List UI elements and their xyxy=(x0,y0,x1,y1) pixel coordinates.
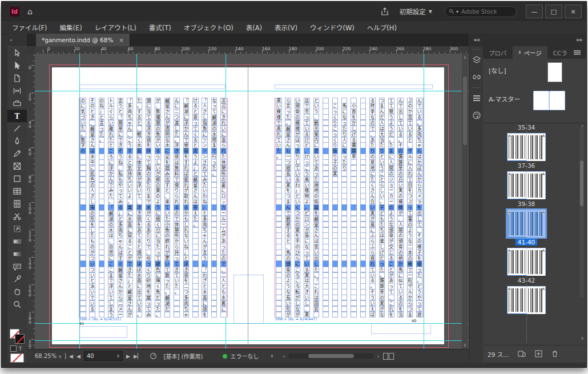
menu-item-0[interactable]: ファイル(F) xyxy=(12,23,47,32)
tool-vertical-grid[interactable] xyxy=(7,198,27,210)
tool-frame[interactable] xyxy=(7,160,27,172)
scrollbar-thumb[interactable] xyxy=(463,77,467,145)
spread-label[interactable]: 41-40 xyxy=(483,239,570,246)
prev-page-button[interactable]: ◀ xyxy=(76,353,80,359)
tool-direct-selection[interactable] xyxy=(7,59,27,72)
horizontal-scrollbar[interactable] xyxy=(288,353,374,359)
expand-dock-icon[interactable]: ▶▶ xyxy=(577,38,583,42)
formatting-text-icon[interactable]: T xyxy=(19,346,22,352)
tools-panel-collapse[interactable]: » xyxy=(7,34,27,47)
tool-gap[interactable] xyxy=(7,85,27,97)
scroll-left-icon[interactable]: ‹ xyxy=(283,353,285,359)
header-text-frame[interactable] xyxy=(79,85,225,89)
first-page-button[interactable]: ▏◀ xyxy=(65,353,73,359)
apply-none-swatch[interactable] xyxy=(10,353,24,363)
scrollbar-thumb[interactable] xyxy=(580,160,583,206)
spread-label[interactable]: 39-38 xyxy=(483,200,570,207)
layers-panel-icon[interactable] xyxy=(470,51,483,69)
guide-horizontal[interactable] xyxy=(35,340,469,341)
spread-thumbnail[interactable]: AA xyxy=(507,133,546,161)
collapse-dock-icon[interactable]: ◀◀ xyxy=(473,38,480,42)
tool-pencil[interactable] xyxy=(7,147,27,160)
menu-item-1[interactable]: 編集(E) xyxy=(60,23,82,32)
menu-item-4[interactable]: オブジェクト(O) xyxy=(184,23,233,32)
tool-note[interactable] xyxy=(7,260,27,273)
search-box[interactable]: ▾ xyxy=(445,6,517,17)
empty-text-frame[interactable] xyxy=(233,275,264,324)
panel-scrollbar[interactable] xyxy=(579,126,584,297)
zoom-level[interactable]: 68.25% ∨ xyxy=(35,353,62,359)
master-a-thumbnail[interactable] xyxy=(533,91,565,110)
tool-gradient[interactable] xyxy=(7,235,27,248)
guide-horizontal[interactable] xyxy=(35,91,469,91)
preflight-menu-icon[interactable]: ∨ xyxy=(271,353,274,359)
swatches-panel-icon[interactable] xyxy=(470,107,483,124)
delete-page-icon[interactable] xyxy=(551,350,558,359)
spread-label[interactable]: 43-42 xyxy=(483,277,570,284)
horizontal-ruler[interactable]: 0204060801001201401601802002202402602803… xyxy=(35,46,469,54)
spread-label[interactable]: 35-34 xyxy=(483,124,570,131)
stroke-panel-icon[interactable] xyxy=(470,90,483,107)
page-number-field[interactable]: 40∨ xyxy=(84,351,123,361)
tab-pages[interactable]: ⇕ ページ xyxy=(513,46,547,59)
close-button[interactable]: × xyxy=(565,5,582,18)
panel-menu-icon[interactable] xyxy=(573,46,586,59)
new-page-icon[interactable] xyxy=(535,350,542,359)
frame-grid-right-page[interactable]: んでいる。多肉ちゃんはかばんからカメラを出して、その様子を撮った。どうやって遊ぶ… xyxy=(275,98,424,317)
tab-cc-libraries[interactable]: CCラ xyxy=(547,46,573,59)
footer-text-frame[interactable] xyxy=(79,326,127,338)
spread-thumbnail[interactable]: AA xyxy=(507,286,546,314)
tool-selection[interactable] xyxy=(7,47,27,59)
minimize-button[interactable]: — xyxy=(526,5,543,18)
spread-thumbnail[interactable]: AA xyxy=(507,171,546,199)
tool-rectangle[interactable] xyxy=(7,172,27,185)
guide-vertical[interactable] xyxy=(424,54,424,349)
master-a-label[interactable]: A-マスター xyxy=(489,94,520,103)
preflight-icon[interactable] xyxy=(150,352,157,360)
menu-item-5[interactable]: 表(A) xyxy=(246,23,262,32)
scroll-down-icon[interactable]: ∨ xyxy=(462,343,468,348)
menu-item-7[interactable]: ウィンドウ(W) xyxy=(310,23,355,32)
close-tab-icon[interactable]: × xyxy=(119,37,123,43)
ruler-origin-corner[interactable] xyxy=(27,46,35,54)
scroll-right-icon[interactable]: › xyxy=(377,353,380,359)
tool-content-collector[interactable] xyxy=(7,97,27,110)
spread-thumbnail[interactable]: AA xyxy=(507,210,546,238)
share-icon[interactable] xyxy=(380,7,389,16)
master-none-label[interactable]: [なし] xyxy=(489,66,506,75)
tool-type[interactable]: T xyxy=(7,110,27,122)
menu-item-8[interactable]: ヘルプ(H) xyxy=(367,23,397,32)
tool-scissors[interactable] xyxy=(7,210,27,223)
tool-eyedropper[interactable] xyxy=(7,273,27,285)
tool-gradient-feather[interactable] xyxy=(7,248,27,260)
vertical-ruler[interactable]: 020406080100120140160180200 xyxy=(27,54,35,349)
document-canvas[interactable]: 浜辺にきれいに造られた休憩所の裏にロッカールームがあったので、二人とも水着になっ… xyxy=(35,54,469,349)
preflight-profile[interactable]: [基本] (作業用) xyxy=(164,352,203,360)
footer-text-frame[interactable] xyxy=(371,323,431,334)
stroke-swatch[interactable] xyxy=(15,334,25,344)
menu-item-6[interactable]: 表示(V) xyxy=(275,23,297,32)
search-input[interactable] xyxy=(460,8,508,15)
next-page-button[interactable]: ▶ xyxy=(126,353,130,359)
edit-page-size-icon[interactable] xyxy=(518,350,526,358)
tool-pen[interactable] xyxy=(7,135,27,147)
scrollbar-thumb[interactable] xyxy=(308,354,354,358)
master-none-thumbnail[interactable] xyxy=(547,62,562,82)
tool-horizontal-grid[interactable] xyxy=(7,185,27,198)
tab-properties[interactable]: プロパ xyxy=(483,46,513,59)
dock-grip[interactable] xyxy=(473,49,481,50)
spread-label[interactable]: 37-36 xyxy=(483,162,570,169)
tool-free-transform[interactable] xyxy=(7,223,27,235)
document-tab[interactable]: *ganmento.indd @ 68% × xyxy=(36,34,130,46)
vertical-scrollbar[interactable]: ∧ ∨ xyxy=(462,54,468,349)
links-panel-icon[interactable] xyxy=(470,69,483,86)
formatting-container-icon[interactable] xyxy=(10,345,17,352)
dock-grip[interactable] xyxy=(473,87,481,88)
menu-item-2[interactable]: レイアウト(L) xyxy=(95,23,136,32)
tool-hand[interactable] xyxy=(7,285,27,298)
last-page-button[interactable]: ▶▏ xyxy=(134,353,142,359)
spread-view-icon[interactable] xyxy=(383,353,394,360)
tool-line[interactable] xyxy=(7,122,27,135)
frame-grid-left-page[interactable]: 浜辺にきれいに造られた休憩所の裏にロッカールームがあったので、二人とも水着になっ… xyxy=(79,98,228,317)
tool-zoom[interactable] xyxy=(7,298,27,311)
